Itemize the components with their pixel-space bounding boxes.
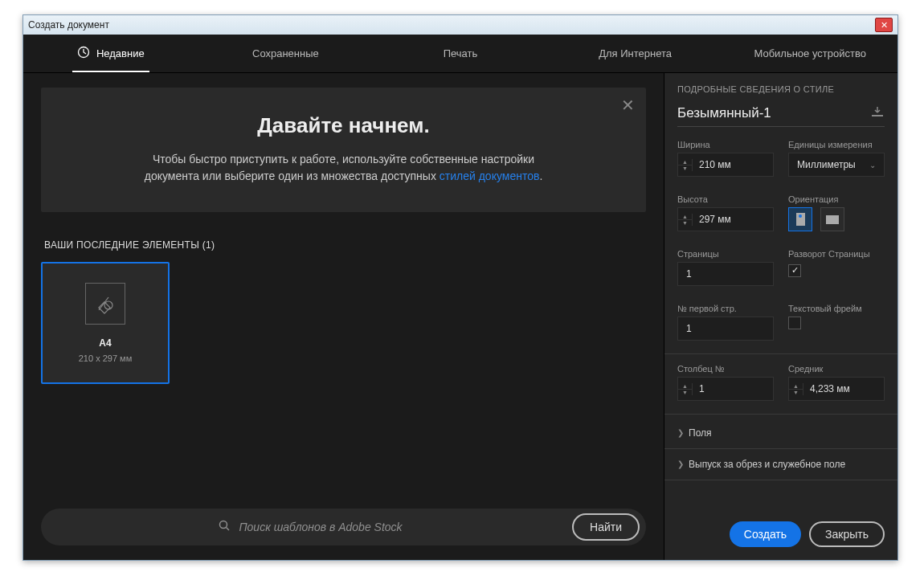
body-row: ✕ Давайте начнем. Чтобы быстро приступит… bbox=[23, 73, 897, 560]
preset-list: A4 210 x 297 мм bbox=[41, 262, 646, 384]
details-heading: ПОДРОБНЫЕ СВЕДЕНИЯ О СТИЛЕ bbox=[677, 84, 885, 94]
height-input[interactable]: ▲▼ 297 мм bbox=[677, 207, 774, 231]
startpage-input[interactable]: 1 bbox=[677, 317, 774, 341]
tab-label: Печать bbox=[444, 47, 478, 59]
gutter-label: Средник bbox=[788, 364, 885, 374]
search-input[interactable]: Поиск шаблонов в Adobe Stock bbox=[60, 520, 561, 534]
page-icon bbox=[85, 283, 125, 325]
titlebar: Создать документ ✕ bbox=[23, 15, 897, 35]
gutter-input[interactable]: ▲▼ 4,233 мм bbox=[788, 377, 885, 401]
chevron-down-icon: ⌄ bbox=[869, 161, 876, 170]
hero-text: Чтобы быстро приступить к работе, исполь… bbox=[73, 151, 614, 185]
hero-link[interactable]: стилей документов bbox=[440, 170, 540, 182]
recent-section-title: ВАШИ ПОСЛЕДНИЕ ЭЛЕМЕНТЫ (1) bbox=[44, 239, 646, 251]
width-label: Ширина bbox=[677, 140, 774, 149]
window-close-button[interactable]: ✕ bbox=[875, 18, 893, 32]
height-label: Высота bbox=[677, 194, 774, 204]
tab-label: Мобильное устройство bbox=[754, 47, 866, 59]
right-panel: ПОДРОБНЫЕ СВЕДЕНИЯ О СТИЛЕ Безымянный-1 … bbox=[664, 73, 897, 560]
textframe-checkbox[interactable] bbox=[788, 317, 801, 329]
margins-expand[interactable]: ❯Поля bbox=[677, 421, 885, 445]
tab-mobile[interactable]: Мобильное устройство bbox=[722, 35, 897, 72]
download-icon[interactable] bbox=[870, 105, 885, 121]
tab-web[interactable]: Для Интернета bbox=[548, 35, 723, 72]
dialog-content: Недавние Сохраненные Печать Для Интернет… bbox=[23, 35, 897, 560]
width-input[interactable]: ▲▼ 210 мм bbox=[677, 153, 774, 177]
tab-print[interactable]: Печать bbox=[373, 35, 548, 72]
units-label: Единицы измерения bbox=[788, 140, 885, 149]
hero-title: Давайте начнем. bbox=[73, 113, 614, 138]
step-up-icon[interactable]: ▲ bbox=[678, 214, 692, 220]
tab-label: Для Интернета bbox=[599, 47, 672, 59]
chevron-right-icon: ❯ bbox=[677, 460, 684, 468]
search-icon bbox=[219, 520, 231, 534]
orientation-portrait[interactable] bbox=[788, 207, 812, 231]
preset-name-field[interactable]: Безымянный-1 bbox=[677, 105, 862, 121]
textframe-label: Текстовый фрейм bbox=[788, 304, 885, 313]
tab-recent[interactable]: Недавние bbox=[23, 35, 198, 72]
dialog-window: Создать документ ✕ Недавние Сохраненные … bbox=[22, 14, 898, 561]
preset-size: 210 x 297 мм bbox=[79, 353, 133, 363]
pages-label: Страницы bbox=[677, 249, 774, 259]
orientation-label: Ориентация bbox=[788, 194, 885, 204]
startpage-label: № первой стр. bbox=[677, 304, 774, 313]
columns-label: Столбец № bbox=[677, 364, 774, 374]
step-up-icon[interactable]: ▲ bbox=[678, 159, 692, 165]
facing-label: Разворот Страницы bbox=[788, 249, 885, 259]
chevron-right-icon: ❯ bbox=[677, 428, 684, 437]
tab-label: Сохраненные bbox=[252, 47, 319, 59]
search-bar: Поиск шаблонов в Adobe Stock Найти bbox=[41, 509, 646, 545]
orientation-landscape[interactable] bbox=[820, 207, 844, 231]
left-panel: ✕ Давайте начнем. Чтобы быстро приступит… bbox=[23, 73, 664, 560]
find-button[interactable]: Найти bbox=[572, 513, 640, 541]
step-down-icon[interactable]: ▼ bbox=[789, 390, 803, 395]
units-select[interactable]: Миллиметры ⌄ bbox=[788, 153, 885, 177]
columns-input[interactable]: ▲▼ 1 bbox=[677, 377, 774, 401]
tab-label: Недавние bbox=[96, 47, 145, 59]
step-up-icon[interactable]: ▲ bbox=[789, 383, 803, 390]
step-down-icon[interactable]: ▼ bbox=[678, 220, 692, 226]
hero-panel: ✕ Давайте начнем. Чтобы быстро приступит… bbox=[41, 88, 646, 212]
tab-saved[interactable]: Сохраненные bbox=[198, 35, 374, 72]
bleed-expand[interactable]: ❯Выпуск за обрез и служебное поле bbox=[677, 452, 885, 476]
preset-a4[interactable]: A4 210 x 297 мм bbox=[41, 262, 170, 384]
pages-input[interactable]: 1 bbox=[677, 262, 774, 286]
hero-close-icon[interactable]: ✕ bbox=[621, 96, 635, 115]
facing-checkbox[interactable]: ✓ bbox=[788, 264, 801, 277]
search-placeholder: Поиск шаблонов в Adobe Stock bbox=[239, 521, 402, 533]
step-down-icon[interactable]: ▼ bbox=[678, 390, 692, 395]
svg-line-4 bbox=[227, 528, 230, 531]
preset-name: A4 bbox=[99, 337, 111, 349]
window-title: Создать документ bbox=[28, 19, 875, 31]
create-button[interactable]: Создать bbox=[730, 521, 801, 547]
svg-point-2 bbox=[104, 301, 112, 309]
svg-point-3 bbox=[220, 521, 227, 529]
tab-bar: Недавние Сохраненные Печать Для Интернет… bbox=[23, 35, 897, 73]
step-up-icon[interactable]: ▲ bbox=[678, 383, 692, 390]
close-button[interactable]: Закрыть bbox=[809, 521, 885, 547]
step-down-icon[interactable]: ▼ bbox=[678, 165, 692, 171]
clock-icon bbox=[77, 46, 90, 61]
